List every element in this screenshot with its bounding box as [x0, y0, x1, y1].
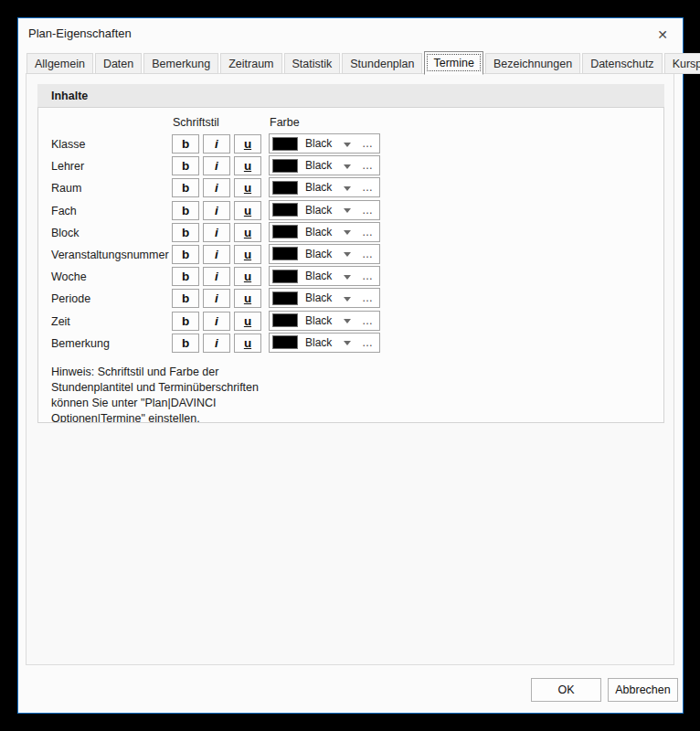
color-dropdown[interactable]: Black … [269, 177, 380, 197]
row-label: Raum [51, 177, 81, 199]
color-dropdown[interactable]: Black … [269, 222, 380, 242]
underline-button[interactable]: u [234, 312, 261, 331]
color-more-button[interactable]: … [362, 270, 374, 282]
italic-button[interactable]: i [203, 267, 230, 286]
bold-button[interactable]: b [172, 245, 199, 264]
dropdown-arrow-icon [344, 319, 351, 323]
italic-button[interactable]: i [203, 156, 230, 175]
color-more-button[interactable]: … [362, 159, 374, 172]
color-dropdown[interactable]: Black … [269, 155, 380, 175]
tab-bezeichnungen[interactable]: Bezeichnungen [485, 53, 580, 74]
color-more-button[interactable]: … [362, 204, 374, 217]
tab-daten[interactable]: Daten [95, 53, 142, 74]
underline-button[interactable]: u [234, 245, 261, 264]
color-swatch-icon [272, 247, 298, 260]
italic-button[interactable]: i [203, 312, 230, 331]
color-dropdown[interactable]: Black … [269, 288, 380, 308]
dropdown-arrow-icon [344, 297, 351, 302]
color-dropdown[interactable]: Black … [269, 266, 380, 286]
content-row: Raum b i u Black … [38, 177, 663, 199]
content-row: Fach b i u Black … [38, 200, 663, 222]
bold-button[interactable]: b [172, 178, 199, 197]
tab-bemerkung[interactable]: Bemerkung [143, 53, 218, 74]
color-more-button[interactable]: … [362, 336, 374, 349]
row-label: Klasse [51, 133, 86, 155]
color-dropdown[interactable]: Black … [269, 133, 380, 154]
color-swatch-icon [272, 203, 298, 217]
italic-button[interactable]: i [203, 334, 230, 353]
window-title: Plan-Eigenschaften [28, 26, 132, 40]
content-row: Woche b i u Black … [38, 266, 663, 288]
content-row: Veranstaltungsnummer b i u Black … [38, 244, 663, 266]
italic-button[interactable]: i [203, 289, 230, 308]
dropdown-arrow-icon [344, 230, 351, 235]
dropdown-arrow-icon [344, 252, 351, 257]
underline-button[interactable]: u [234, 334, 261, 353]
italic-button[interactable]: i [203, 178, 230, 197]
color-dropdown[interactable]: Black … [269, 200, 380, 220]
underline-button[interactable]: u [234, 267, 261, 286]
bold-button[interactable]: b [172, 289, 199, 308]
underline-button[interactable]: u [234, 201, 261, 220]
color-value: Black [305, 204, 344, 217]
underline-button[interactable]: u [234, 156, 261, 175]
tab-stundenplan[interactable]: Stundenplan [342, 53, 422, 74]
tab-statistik[interactable]: Statistik [284, 53, 341, 74]
underline-button[interactable]: u [234, 178, 261, 197]
dropdown-arrow-icon [344, 341, 351, 345]
color-more-button[interactable]: … [362, 291, 374, 304]
italic-button[interactable]: i [203, 134, 230, 154]
ok-button[interactable]: OK [531, 678, 601, 702]
row-label: Block [51, 222, 80, 244]
italic-button[interactable]: i [203, 201, 230, 220]
bold-button[interactable]: b [172, 312, 199, 331]
tab-zeitraum[interactable]: Zeitraum [220, 53, 281, 74]
color-dropdown[interactable]: Black … [269, 333, 380, 353]
color-more-button[interactable]: … [362, 226, 374, 238]
row-label: Lehrer [51, 155, 84, 177]
cancel-button[interactable]: Abbrechen [608, 678, 678, 702]
color-value: Black [305, 226, 344, 238]
hint-text: Hinweis: Schriftstil und Farbe derStunde… [51, 365, 259, 423]
column-header-schriftstil: Schriftstil [173, 116, 219, 129]
color-swatch-icon [272, 270, 298, 283]
content-row: Klasse b i u Black … [38, 133, 663, 155]
color-dropdown[interactable]: Black … [269, 311, 380, 331]
tab-label: Datenschutz [590, 58, 653, 70]
close-button[interactable]: ✕ [648, 22, 677, 48]
row-label: Veranstaltungsnummer [51, 244, 169, 266]
tab-label: Stundenplan [350, 58, 414, 70]
tab-label: Bezeichnungen [493, 58, 572, 70]
close-icon: ✕ [657, 27, 668, 42]
color-value: Black [305, 248, 344, 260]
bold-button[interactable]: b [172, 156, 199, 175]
tab-label: Statistik [292, 58, 333, 70]
color-more-button[interactable]: … [362, 248, 374, 260]
underline-button[interactable]: u [234, 134, 261, 154]
bold-button[interactable]: b [172, 201, 199, 220]
color-swatch-icon [272, 313, 298, 327]
hint-line: können Sie unter "Plan|DAVINCI [51, 396, 259, 411]
bold-button[interactable]: b [172, 267, 199, 286]
tab-label: Kursplan [673, 58, 700, 70]
content-row: Periode b i u Black … [38, 288, 663, 310]
bold-button[interactable]: b [172, 334, 199, 353]
tab-termine[interactable]: Termine [424, 51, 483, 75]
tab-allgemein[interactable]: Allgemein [27, 53, 93, 74]
color-value: Black [305, 270, 344, 282]
color-more-button[interactable]: … [362, 137, 374, 150]
color-more-button[interactable]: … [362, 314, 374, 327]
italic-button[interactable]: i [203, 245, 230, 264]
color-swatch-icon [272, 225, 298, 238]
tab-kursplan[interactable]: Kursplan [664, 53, 700, 74]
italic-button[interactable]: i [203, 223, 230, 242]
underline-button[interactable]: u [234, 223, 261, 242]
color-more-button[interactable]: … [362, 181, 374, 194]
tab-datenschutz[interactable]: Datenschutz [582, 53, 662, 74]
bold-button[interactable]: b [172, 134, 199, 154]
group-header-inhalte: Inhalte [37, 84, 664, 107]
color-dropdown[interactable]: Black … [269, 244, 380, 264]
dropdown-arrow-icon [344, 164, 351, 169]
underline-button[interactable]: u [234, 289, 261, 308]
bold-button[interactable]: b [172, 223, 199, 242]
